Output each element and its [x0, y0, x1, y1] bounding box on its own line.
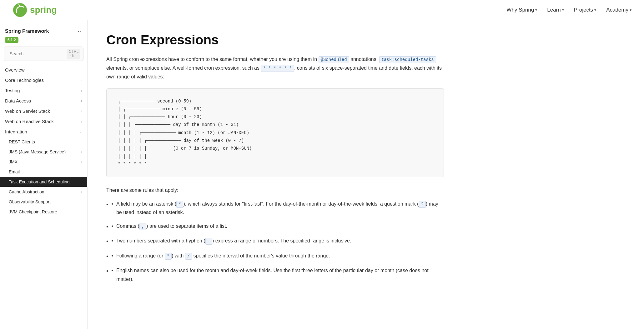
chevron-down-icon: ▾ [562, 8, 564, 12]
nav-projects[interactable]: Projects ▾ [574, 7, 596, 13]
code-comma: , [139, 223, 146, 230]
sidebar-item-web-reactive-stack[interactable]: Web on Reactive Stack › [0, 116, 87, 127]
sidebar-item-rest-clients[interactable]: REST Clients [0, 137, 87, 147]
rule-bullet: • [111, 266, 113, 283]
rule-bullet: • [111, 237, 113, 247]
rule-bullet: • [111, 252, 113, 262]
code-task-scheduled: task:scheduled-tasks [379, 56, 436, 63]
rules-list: • A field may be an asterisk (*), which … [106, 200, 444, 283]
sidebar-item-email[interactable]: Email [0, 167, 87, 177]
rule-item-english: • English names can also be used for the… [106, 266, 444, 283]
chevron-down-icon: ▾ [594, 8, 596, 12]
chevron-down-icon: ▾ [535, 8, 537, 12]
chevron-down-icon: ⌄ [79, 129, 82, 134]
sidebar-title: Spring Framework [5, 28, 49, 34]
sidebar-item-web-servlet-stack[interactable]: Web on Servlet Stack › [0, 106, 87, 116]
code-slash: / [185, 253, 192, 260]
intro-paragraph: All Spring cron expressions have to conf… [106, 55, 444, 81]
sidebar-header: Spring Framework ··· [0, 25, 87, 36]
rule-bullet: • [111, 222, 113, 232]
code-asterisks: * * * * * * [261, 65, 294, 72]
chevron-right-icon: › [81, 98, 82, 103]
rule-item-asterisk: • A field may be an asterisk (*), which … [106, 200, 444, 217]
rules-intro: There are some rules that apply: [106, 186, 444, 194]
sidebar-item-task-execution[interactable]: Task Execution and Scheduling [0, 177, 87, 187]
code-hyphen: - [205, 238, 212, 245]
page-layout: Spring Framework ··· 6.1.2 CTRL + k Over… [0, 20, 644, 329]
search-shortcut: CTRL + k [67, 49, 80, 59]
cron-diagram: ┌───────────── second (0-59) │ ┌────────… [106, 88, 444, 177]
spring-logo-icon [13, 2, 28, 17]
sidebar-item-cache-abstraction[interactable]: Cache Abstraction › [0, 187, 87, 197]
rule-item-comma: • Commas (,) are used to separate items … [106, 222, 444, 232]
logo-text: spring [30, 5, 57, 15]
nav-why-spring[interactable]: Why Spring ▾ [506, 7, 537, 13]
code-scheduled: @Scheduled [319, 56, 349, 63]
sidebar-item-overview[interactable]: Overview [0, 65, 87, 75]
code-asterisk: * [176, 201, 183, 208]
sidebar-menu-button[interactable]: ··· [75, 27, 82, 35]
sidebar-item-core-technologies[interactable]: Core Technologies › [0, 75, 87, 85]
code-asterisk2: * [165, 253, 172, 260]
search-input[interactable] [10, 51, 64, 56]
chevron-right-icon: › [81, 109, 82, 113]
cron-diagram-text: ┌───────────── second (0-59) │ ┌────────… [118, 97, 432, 168]
logo-area[interactable]: spring [13, 2, 57, 17]
chevron-right-icon: › [81, 150, 82, 154]
sidebar-item-jvm-checkpoint[interactable]: JVM Checkpoint Restore [0, 207, 87, 217]
nav-academy[interactable]: Academy ▾ [606, 7, 631, 13]
sidebar-item-jmx[interactable]: JMX › [0, 157, 87, 167]
page-title: Cron Expressions [106, 32, 444, 47]
chevron-right-icon: › [81, 190, 82, 194]
chevron-right-icon: › [81, 160, 82, 164]
rule-item-hyphen: • Two numbers separated with a hyphen (-… [106, 237, 444, 247]
sidebar: Spring Framework ··· 6.1.2 CTRL + k Over… [0, 20, 88, 329]
rule-bullet: • [111, 200, 113, 217]
nav-learn[interactable]: Learn ▾ [547, 7, 564, 13]
chevron-right-icon: › [81, 88, 82, 93]
chevron-right-icon: › [81, 78, 82, 82]
search-box[interactable]: CTRL + k [4, 47, 83, 61]
chevron-down-icon: ▾ [630, 8, 631, 12]
code-question: ? [419, 201, 425, 208]
version-badge[interactable]: 6.1.2 [5, 37, 18, 43]
rule-item-slash: • Following a range (or *) with / specif… [106, 252, 444, 262]
sidebar-item-integration[interactable]: Integration ⌄ [0, 127, 87, 137]
sidebar-item-data-access[interactable]: Data Access › [0, 96, 87, 106]
chevron-right-icon: › [81, 119, 82, 124]
main-content: Cron Expressions All Spring cron express… [88, 20, 463, 329]
main-nav: Why Spring ▾ Learn ▾ Projects ▾ Academy … [506, 7, 631, 13]
site-header: spring Why Spring ▾ Learn ▾ Projects ▾ A… [0, 0, 644, 20]
sidebar-item-testing[interactable]: Testing › [0, 85, 87, 96]
svg-point-0 [13, 3, 27, 17]
sidebar-item-jms[interactable]: JMS (Java Message Service) › [0, 147, 87, 157]
sidebar-item-observability[interactable]: Observability Support [0, 197, 87, 207]
